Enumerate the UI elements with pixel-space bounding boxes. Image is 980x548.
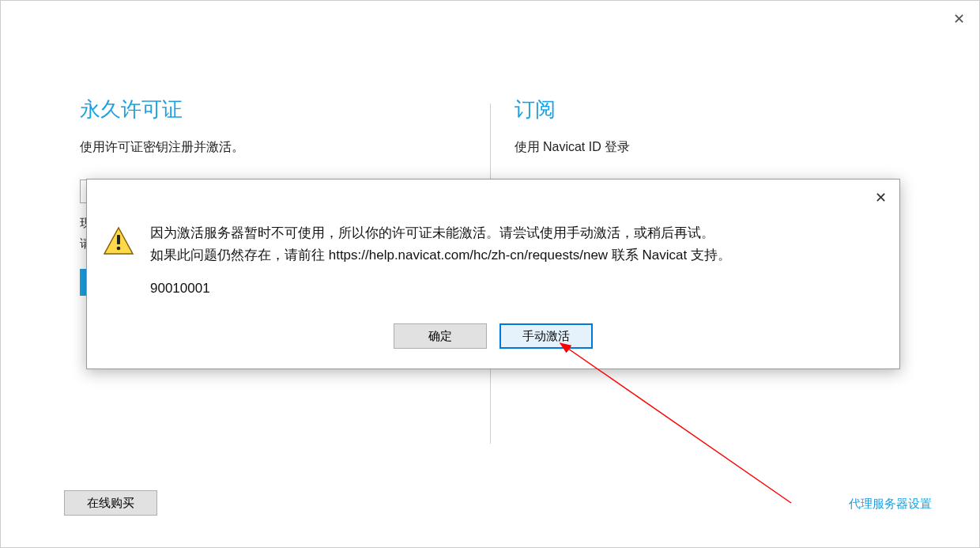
license-subtext: 使用许可证密钥注册并激活。: [80, 139, 466, 156]
main-window: ✕ 永久许可证 使用许可证密钥注册并激活。 现 请 激活 订阅 使用 Navic…: [0, 0, 980, 548]
close-icon[interactable]: ✕: [953, 10, 965, 28]
dialog-close-icon[interactable]: ✕: [875, 189, 887, 206]
svg-rect-1: [117, 235, 120, 244]
svg-point-2: [117, 247, 121, 251]
dialog-message: 因为激活服务器暂时不可使用，所以你的许可证未能激活。请尝试使用手动激活，或稍后再…: [150, 222, 876, 300]
warning-icon: [103, 222, 150, 300]
ok-button[interactable]: 确定: [394, 323, 487, 349]
subscription-heading: 订阅: [514, 96, 901, 123]
activation-error-dialog: ✕ 因为激活服务器暂时不可使用，所以你的许可证未能激活。请尝试使用手动激活，或稍…: [86, 179, 900, 369]
message-line-1: 因为激活服务器暂时不可使用，所以你的许可证未能激活。请尝试使用手动激活，或稍后再…: [150, 222, 876, 244]
buy-online-button[interactable]: 在线购买: [64, 490, 157, 516]
proxy-settings-link[interactable]: 代理服务器设置: [849, 497, 932, 512]
manual-activate-button[interactable]: 手动激活: [499, 323, 593, 349]
dialog-button-row: 确定 手动激活: [87, 316, 899, 368]
message-line-2: 如果此问题仍然存在，请前往 https://help.navicat.com/h…: [150, 244, 876, 266]
license-heading: 永久许可证: [80, 96, 466, 123]
error-code: 90010001: [150, 278, 876, 300]
dialog-body: 因为激活服务器暂时不可使用，所以你的许可证未能激活。请尝试使用手动激活，或稍后再…: [87, 180, 899, 316]
subscription-subtext: 使用 Navicat ID 登录: [514, 139, 901, 156]
